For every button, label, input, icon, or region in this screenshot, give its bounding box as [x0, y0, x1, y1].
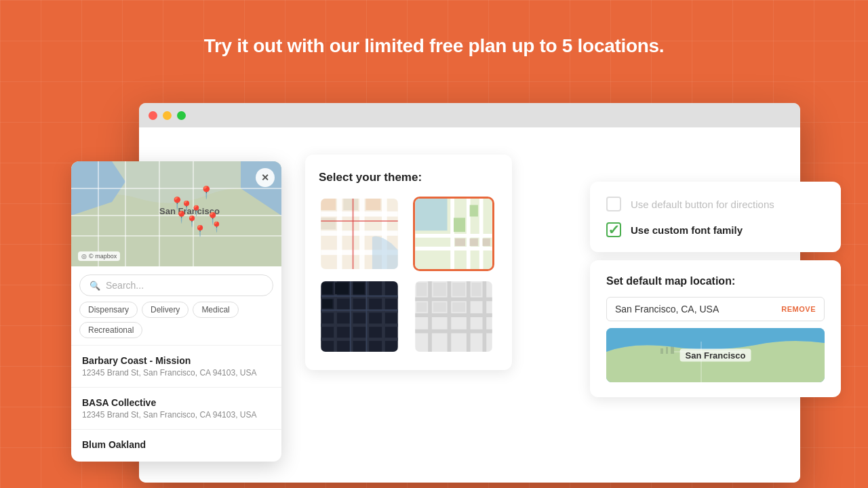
list-item[interactable]: Blum Oakland: [71, 429, 281, 462]
svg-rect-75: [660, 348, 663, 354]
theme-panel: Select your theme:: [305, 155, 512, 370]
theme-orange[interactable]: [413, 197, 494, 271]
svg-rect-65: [466, 281, 470, 352]
default-button-row: Use default button for directions: [606, 197, 825, 211]
svg-rect-61: [415, 313, 492, 317]
svg-rect-26: [343, 199, 358, 210]
theme-minimal[interactable]: [413, 279, 494, 354]
filter-delivery[interactable]: Delivery: [142, 302, 189, 318]
browser-window: San Francisco 📍 📍 📍 📍 📍 📍 📍 📍 📍 ✕ ◎ © ma…: [139, 103, 800, 483]
svg-rect-27: [366, 199, 380, 210]
filter-dispensary[interactable]: Dispensary: [79, 302, 138, 318]
svg-rect-46: [321, 338, 397, 341]
settings-panel: Use default button for directions ✓ Use …: [590, 182, 841, 397]
svg-rect-58: [322, 299, 332, 308]
mapbox-logo: ◎ © mapbox: [78, 251, 120, 261]
location-widget: San Francisco 📍 📍 📍 📍 📍 📍 📍 📍 📍 ✕ ◎ © ma…: [71, 161, 281, 462]
svg-rect-66: [482, 281, 486, 352]
svg-rect-40: [469, 239, 477, 246]
browser-titlebar: [139, 103, 800, 127]
svg-rect-25: [321, 199, 336, 210]
map-location-card: Set default map location: San Francisco,…: [590, 260, 841, 397]
svg-rect-38: [469, 205, 477, 216]
minimize-dot[interactable]: [163, 111, 172, 120]
headline-section: Try it out with our limited free plan up…: [0, 0, 868, 81]
location-name: Blum Oakland: [82, 439, 271, 450]
list-item[interactable]: BASA Collective 12345 Brand St, San Fran…: [71, 387, 281, 429]
svg-rect-73: [452, 302, 465, 312]
default-button-checkbox[interactable]: [606, 197, 621, 211]
filter-tags: Dispensary Delivery Medical Recreational: [71, 302, 281, 345]
filter-medical[interactable]: Medical: [193, 302, 238, 318]
location-address: 12345 Brand St, San Francisco, CA 94103,…: [82, 410, 271, 420]
svg-rect-72: [433, 302, 446, 312]
checkmark-icon: ✓: [608, 222, 620, 238]
theme-dark[interactable]: [319, 279, 400, 354]
svg-text:📍: 📍: [193, 224, 207, 237]
svg-rect-69: [452, 283, 465, 296]
mapbox-icon: ◎: [81, 253, 87, 260]
svg-rect-62: [415, 329, 492, 333]
svg-rect-36: [479, 199, 483, 269]
location-name: BASA Collective: [82, 397, 271, 408]
svg-rect-57: [353, 283, 365, 294]
svg-rect-23: [359, 199, 365, 269]
location-address: 12345 Brand St, San Francisco, CA 94103,…: [82, 368, 271, 378]
search-bar[interactable]: 🔍 Search...: [79, 274, 273, 296]
svg-text:📍: 📍: [210, 221, 223, 233]
svg-rect-37: [454, 218, 465, 232]
search-icon: 🔍: [90, 281, 100, 291]
theme-light[interactable]: [319, 197, 400, 271]
location-list: Barbary Coast - Mission 12345 Brand St, …: [71, 345, 281, 462]
close-button[interactable]: ✕: [256, 168, 275, 187]
search-placeholder: Search...: [106, 280, 144, 291]
svg-rect-68: [433, 283, 446, 296]
svg-rect-55: [322, 283, 332, 294]
svg-rect-76: [666, 347, 668, 354]
filter-recreational[interactable]: Recreational: [79, 322, 142, 338]
list-item[interactable]: Barbary Coast - Mission 12345 Brand St, …: [71, 345, 281, 387]
svg-rect-67: [416, 283, 427, 296]
map-preview: San Francisco 📍 📍 📍 📍 📍 📍 📍 📍 📍 ✕ ◎ © ma…: [71, 161, 281, 266]
svg-rect-54: [366, 281, 367, 352]
svg-rect-52: [321, 310, 397, 311]
checkbox-card: Use default button for directions ✓ Use …: [590, 182, 841, 252]
remove-button[interactable]: REMOVE: [781, 305, 816, 313]
custom-font-row: ✓ Use custom font family: [606, 222, 825, 237]
page-headline: Try it out with our limited free plan up…: [0, 35, 868, 57]
svg-rect-53: [350, 281, 351, 352]
svg-rect-28: [321, 218, 336, 229]
close-dot[interactable]: [149, 111, 157, 120]
mini-map-city-label: San Francisco: [680, 349, 751, 362]
default-button-label: Use default button for directions: [631, 199, 774, 210]
svg-rect-45: [321, 323, 397, 327]
mini-map: San Francisco: [606, 328, 825, 382]
custom-font-label: Use custom font family: [631, 224, 743, 236]
svg-rect-34: [450, 199, 454, 269]
svg-rect-63: [428, 281, 432, 352]
location-input-row: San Francisco, CA, USA REMOVE: [606, 297, 825, 321]
svg-rect-71: [416, 302, 427, 312]
svg-rect-64: [447, 281, 451, 352]
location-name: Barbary Coast - Mission: [82, 355, 271, 366]
svg-rect-41: [482, 239, 490, 246]
theme-title: Select your theme:: [319, 171, 498, 184]
svg-rect-50: [382, 281, 385, 352]
custom-font-checkbox[interactable]: ✓: [606, 222, 621, 237]
theme-grid: [319, 197, 498, 354]
fullscreen-dot[interactable]: [177, 111, 186, 120]
svg-rect-22: [337, 199, 342, 269]
svg-rect-70: [471, 283, 481, 296]
location-input[interactable]: San Francisco, CA, USA: [615, 304, 781, 314]
map-location-title: Set default map location:: [606, 275, 825, 287]
svg-rect-56: [335, 283, 349, 294]
svg-rect-60: [415, 298, 492, 302]
svg-rect-39: [454, 239, 465, 246]
browser-content: San Francisco 📍 📍 📍 📍 📍 📍 📍 📍 📍 ✕ ◎ © ma…: [139, 127, 800, 483]
svg-rect-51: [321, 296, 397, 297]
svg-text:📍: 📍: [199, 185, 214, 200]
